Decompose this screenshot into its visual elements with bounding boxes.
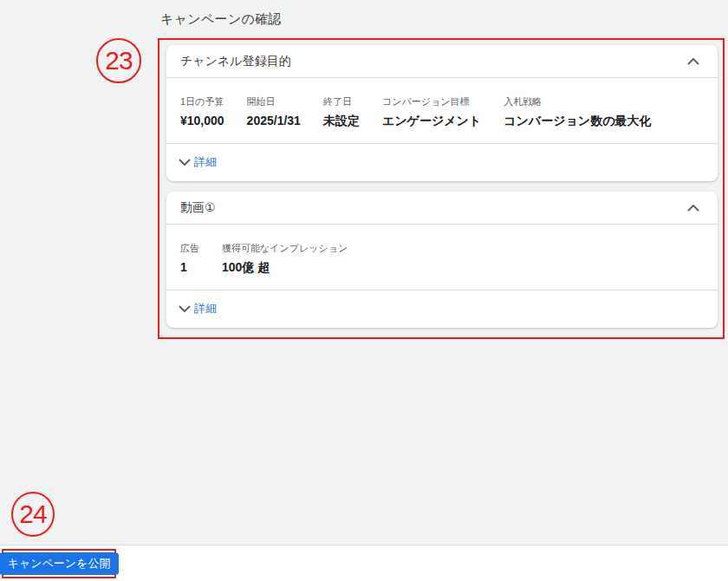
video-adgroup-card: 動画① 広告 1 獲得可能なインプレッション 100億 超 xyxy=(166,192,718,328)
campaign-card-header[interactable]: チャンネル登録目的 xyxy=(166,45,718,78)
details-link-label[interactable]: 詳細 xyxy=(194,154,217,170)
details-link-label[interactable]: 詳細 xyxy=(194,301,217,317)
chevron-up-icon[interactable] xyxy=(683,198,704,219)
video-card-fields: 広告 1 獲得可能なインプレッション 100億 超 xyxy=(166,225,718,290)
video-details-link[interactable]: 詳細 xyxy=(166,290,718,328)
campaign-card-title: チャンネル登録目的 xyxy=(180,54,291,69)
video-card-title: 動画① xyxy=(180,200,216,216)
page-title: キャンペーンの確認 xyxy=(160,11,282,28)
campaign-card-fields: 1日の予算 ¥10,000 開始日 2025/1/31 終了日 未設定 コンバー… xyxy=(166,78,718,143)
chevron-down-icon xyxy=(179,159,191,166)
campaign-details-link[interactable]: 詳細 xyxy=(166,143,718,181)
annotation-circle-23: 23 xyxy=(96,38,141,83)
annotation-box-publish-button: キャンペーンを公開 xyxy=(2,549,116,578)
annotation-number: 23 xyxy=(105,46,132,75)
field-start-date: 開始日 2025/1/31 xyxy=(247,96,301,128)
chevron-up-icon[interactable] xyxy=(683,51,704,72)
field-ads-count: 広告 1 xyxy=(180,243,199,275)
field-daily-budget: 1日の予算 ¥10,000 xyxy=(180,96,224,128)
field-bid-strategy: 入札戦略 コンバージョン数の最大化 xyxy=(504,96,651,128)
chevron-down-icon xyxy=(179,305,191,312)
field-end-date: 終了日 未設定 xyxy=(323,96,360,128)
field-available-impressions: 獲得可能なインプレッション 100億 超 xyxy=(222,243,348,275)
field-conversion-goal: コンバージョン目標 エンゲージメント xyxy=(382,96,481,128)
annotation-number: 24 xyxy=(19,499,46,529)
campaign-summary-card: チャンネル登録目的 1日の予算 ¥10,000 開始日 2025/1/31 xyxy=(166,45,718,181)
campaign-review-page: キャンペーンの確認 23 チャンネル登録目的 1日の予算 ¥10,000 xyxy=(0,0,728,581)
review-cards: チャンネル登録目的 1日の予算 ¥10,000 開始日 2025/1/31 xyxy=(166,45,718,338)
annotation-circle-24: 24 xyxy=(11,492,55,537)
publish-campaign-button[interactable]: キャンペーンを公開 xyxy=(0,552,119,575)
video-card-header[interactable]: 動画① xyxy=(166,192,718,225)
